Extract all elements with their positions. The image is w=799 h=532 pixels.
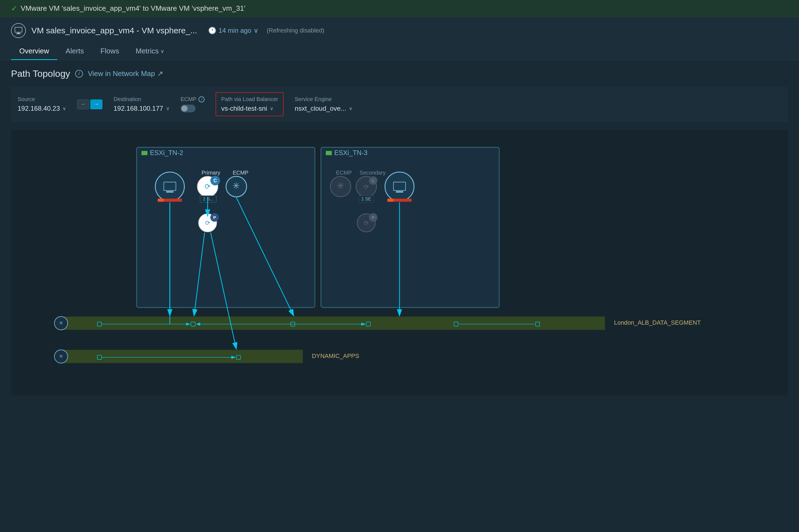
svg-text:⟳: ⟳ [364,184,369,190]
header-time[interactable]: 🕐 14 min ago ∨ [208,27,259,34]
primary-label: Primary [202,170,220,176]
svg-rect-1 [17,33,20,34]
svg-text:⟳: ⟳ [205,182,211,191]
esxi-tn3-icon [326,151,332,155]
lb-dropdown-arrow[interactable]: ∨ [270,106,273,112]
toggle-thumb [182,106,188,112]
esxi-tn3-label: ESXi_TN-3 [334,149,367,156]
svg-rect-10 [158,199,164,202]
time-ago: 14 min ago [218,27,251,34]
destination-label: Destination [113,96,169,102]
header-top: VM sales_invoice_app_vm4 - VM vsphere_..… [11,23,788,38]
svg-rect-8 [166,191,173,192]
controls-bar: Source 192.168.40.23 ∨ ← → Destination 1… [11,87,788,122]
esxi-tn2-box [137,147,315,308]
header-title: VM sales_invoice_app_vm4 - VM vsphere_..… [32,26,197,35]
svg-text:C: C [213,178,217,184]
svg-text:⟳: ⟳ [364,220,369,226]
esxi-tn2-icon [141,151,148,155]
direction-right-button[interactable]: → [90,99,102,109]
source-value-container[interactable]: 192.168.40.23 ∨ [18,104,66,112]
ecmp-info-icon[interactable]: i [198,96,205,102]
status-text: VMware VM 'sales_invoice_app_vm4' to VMw… [21,4,245,13]
external-link-icon: ↗ [157,70,163,78]
chevron-down-icon: ∨ [253,27,259,34]
vm-icon [11,23,26,38]
service-engine-value: nsxt_cloud_ove... [294,104,346,112]
svg-text:✳: ✳ [337,180,344,191]
section-header: Path Topology i View in Network Map ↗ [11,68,788,79]
ecmp-toggle[interactable] [180,104,195,112]
tab-flows[interactable]: Flows [92,43,128,60]
status-bar: ✓ VMware VM 'sales_invoice_app_vm4' to V… [0,0,799,17]
clock-icon: 🕐 [208,27,216,34]
header-bar: VM sales_invoice_app_vm4 - VM vsphere_..… [0,17,799,60]
destination-value-container[interactable]: 192.168.100.177 ∨ [113,104,169,112]
ecmp-label: ECMP [180,96,196,102]
source-ip: 192.168.40.23 [18,104,60,112]
svg-rect-24 [396,191,403,192]
chevron-down-icon: ∨ [160,48,164,54]
topology-diagram: ESXi_TN-2 ESXi_TN-3 ≡ London_ALB_DATA_SE… [19,138,780,386]
svg-rect-0 [15,27,22,32]
secondary-label: Secondary [360,170,386,176]
svg-text:P: P [372,215,375,220]
nav-tabs: Overview Alerts Flows Metrics ∨ [11,43,788,60]
check-icon: ✓ [11,4,17,13]
tab-metrics[interactable]: Metrics ∨ [128,43,172,60]
svg-rect-2 [16,34,21,34]
lb-control-group: Path via Load Balancer vs-child-test-sni… [221,96,278,112]
service-engine-group: Service Engine nsxt_cloud_ove... ∨ [294,96,353,112]
svg-text:P: P [213,215,216,220]
topology-canvas: ESXi_TN-2 ESXi_TN-3 ≡ London_ALB_DATA_SE… [11,130,788,395]
path-via-lb-group: Path via Load Balancer vs-child-test-sni… [215,92,284,116]
segment2-label: DYNAMIC_APPS [312,353,359,359]
lb-value-container[interactable]: vs-child-test-sni ∨ [221,104,278,112]
destination-group: Destination 192.168.100.177 ∨ [113,96,169,112]
tab-overview[interactable]: Overview [11,43,57,60]
svg-text:≡: ≡ [59,353,63,359]
source-label: Source [18,96,66,102]
svg-rect-26 [387,199,394,202]
tab-alerts[interactable]: Alerts [57,43,92,60]
view-network-map-link[interactable]: View in Network Map ↗ [88,70,163,78]
lb-label: Path via Load Balancer [221,96,278,102]
page-title: Path Topology [11,68,70,79]
svg-text:C: C [372,178,375,183]
service-engine-dropdown-arrow[interactable]: ∨ [349,106,353,112]
refreshing-status: (Refreshing disabled) [267,27,324,34]
source-dropdown-arrow[interactable]: ∨ [62,106,66,112]
svg-text:⟳: ⟳ [205,220,210,226]
service-engine-label: Service Engine [294,96,353,102]
destination-ip: 192.168.100.177 [113,104,163,112]
ecmp-toggle-container [180,104,205,112]
source-group: Source 192.168.40.23 ∨ [18,96,66,112]
ecmp-group: ECMP i [180,96,205,112]
direction-left-button[interactable]: ← [77,99,89,109]
svg-text:≡: ≡ [59,320,63,326]
destination-dropdown-arrow[interactable]: ∨ [166,106,170,112]
svg-text:2 S...: 2 S... [203,196,213,201]
vm-node-esxi3[interactable] [385,172,414,201]
svg-text:1 SE: 1 SE [361,196,371,201]
svg-text:✳: ✳ [232,180,240,191]
segment1-bg [61,317,605,330]
ecmp-label-esxi2: ECMP [233,170,248,176]
direction-buttons: ← → [77,99,102,109]
esxi-tn2-label: ESXi_TN-2 [150,149,183,156]
vm-node-esxi2[interactable] [155,172,184,201]
lb-value: vs-child-test-sni [221,104,267,112]
ecmp-label-esxi3: ECMP [336,170,352,176]
main-content: Path Topology i View in Network Map ↗ So… [0,60,799,404]
info-icon[interactable]: i [75,70,83,78]
service-engine-value-container[interactable]: nsxt_cloud_ove... ∨ [294,104,353,112]
segment1-label: London_ALB_DATA_SEGMENT [614,319,701,326]
